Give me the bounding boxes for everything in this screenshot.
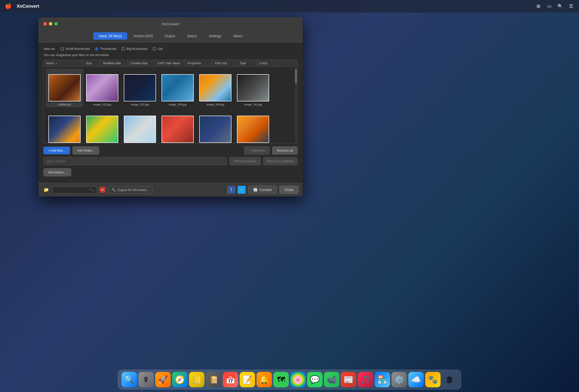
col-comp: Comp (257, 60, 277, 67)
remove-all-button[interactable]: Remove all (272, 146, 298, 155)
view-big-label: Big thumbnails (127, 47, 147, 51)
dock-appstore[interactable]: 🏪 (375, 372, 390, 387)
remove-unfiltered-button[interactable]: Remove unfiltered (263, 157, 298, 165)
window-title: XnConvert (162, 22, 179, 26)
view-thumbnails[interactable]: Thumbnails (95, 47, 117, 51)
quick-search-input[interactable] (43, 157, 227, 165)
sort-icon[interactable]: ▲ (55, 62, 58, 65)
thumbnail-label: image_153.jpg (85, 103, 120, 106)
preset-dropdown[interactable]: ⌃⌄ (52, 186, 97, 194)
dock-news[interactable]: 📰 (341, 372, 356, 387)
thumbnail-row-2 (46, 107, 272, 143)
tab-input[interactable]: Input: 26 file(s) (93, 32, 127, 40)
remove-unfiltered-label: Remove unfiltered (267, 159, 294, 163)
view-small-thumbnails[interactable]: Small thumbnails (61, 47, 90, 51)
scrollbar-track[interactable] (295, 68, 297, 142)
convert-button[interactable]: 🔄 Convert (248, 186, 277, 194)
airplay-icon[interactable]: ⊞ (535, 3, 541, 9)
hot-folders-row: Hot folders... (43, 168, 298, 176)
remove-filtered-button[interactable]: Remove filtered (229, 157, 261, 165)
apple-menu-icon[interactable]: 🍎 (5, 3, 12, 9)
dock-trash[interactable]: 🗑 (442, 372, 457, 387)
thumbnail-item[interactable] (83, 107, 121, 143)
action-bar: 📁 ⌃⌄ ✕ 🔧 Export for NConvert... f 🐦 🔄 Co… (38, 183, 303, 196)
radio-list[interactable] (152, 47, 156, 51)
thumbnail-image (86, 74, 118, 101)
dock-stickies[interactable]: 📝 (240, 372, 255, 387)
dock-photos[interactable]: 🌸 (290, 372, 306, 387)
col-name: Name ▲ (44, 60, 83, 67)
thumbnail-item[interactable]: Untitled.jp2 (46, 69, 83, 107)
dock-maps[interactable]: 🗺 (273, 372, 289, 387)
close-button[interactable]: Close (279, 186, 299, 194)
minimize-button[interactable] (49, 22, 52, 26)
mirroring-icon[interactable]: ▭ (546, 3, 552, 9)
dock-syspref[interactable]: ⚙️ (391, 372, 407, 387)
thumbnail-item[interactable]: image_149.jpg (159, 69, 197, 107)
view-as-label: View as: (43, 47, 56, 51)
dock-xnconvert[interactable]: 🐾 (425, 372, 440, 387)
dock-facetime[interactable]: 📹 (324, 372, 339, 387)
dock-calendar[interactable]: 📅 (223, 372, 238, 387)
thumbnail-item[interactable]: image_152.jpg (121, 69, 159, 107)
thumbnail-label: image_149.jpg (160, 103, 195, 106)
dock-finder[interactable]: 🔍 (122, 372, 137, 387)
thumbnail-item[interactable]: image_146.jpg (197, 69, 234, 107)
dock-launchpad[interactable]: 🚀 (155, 372, 171, 387)
remove-button[interactable]: — Remove (244, 146, 270, 155)
thumbnail-item[interactable] (46, 107, 83, 143)
menubar-right: ⊞ ▭ 🔍 ☰ (535, 3, 574, 9)
export-icon: 🔧 (112, 188, 116, 192)
clear-button[interactable]: ✕ (99, 187, 105, 193)
radio-small-thumbnails[interactable] (61, 47, 64, 51)
export-button[interactable]: 🔧 Export for NConvert... (108, 186, 152, 194)
dock-notes2[interactable]: 📒 (189, 372, 204, 387)
facebook-icon[interactable]: f (227, 186, 235, 194)
thumbnail-item[interactable] (234, 107, 272, 143)
file-buttons-row: + Add files... Add folder... — Remove Re… (43, 146, 298, 155)
thumbnail-item[interactable] (197, 107, 234, 143)
thumbnail-item[interactable] (159, 107, 197, 143)
thumbnail-image (124, 116, 156, 143)
view-list[interactable]: List (152, 47, 162, 51)
tab-status[interactable]: Status (182, 32, 203, 40)
thumbnail-label: image_152.jpg (122, 103, 157, 106)
thumbnail-item[interactable]: image_145.jpg (234, 69, 272, 107)
tab-output[interactable]: Output (159, 32, 181, 40)
dock-reminders[interactable]: 🔔 (257, 372, 272, 387)
dock-siri[interactable]: 🎙 (139, 372, 154, 387)
window-titlebar: XnConvert (38, 17, 303, 30)
dock-safari[interactable]: 🧭 (172, 372, 188, 387)
radio-thumbnails[interactable] (95, 47, 98, 51)
twitter-icon[interactable]: 🐦 (238, 186, 246, 194)
tab-settings[interactable]: Settings (203, 32, 227, 40)
add-folder-button[interactable]: Add folder... (72, 146, 99, 155)
thumbnail-item[interactable] (121, 107, 159, 143)
add-files-label: + Add files... (48, 149, 66, 152)
tab-actions[interactable]: Actions [0/0] (128, 32, 158, 40)
thumbnail-item[interactable]: image_153.jpg (83, 69, 121, 107)
thumbnail-image (161, 116, 194, 143)
view-as-row: View as: Small thumbnails Thumbnails Big… (43, 47, 298, 51)
tab-about[interactable]: About (228, 32, 248, 40)
radio-big-thumbnails[interactable] (122, 47, 125, 51)
maximize-button[interactable] (54, 22, 58, 26)
dock-icloud[interactable]: ☁️ (408, 372, 424, 387)
drag-drop-hint: You can drag&drop your files on the list… (43, 53, 298, 57)
hot-folders-button[interactable]: Hot folders... (43, 168, 71, 176)
app-menu-title[interactable]: XnConvert (17, 4, 39, 9)
thumbnail-grid-container[interactable]: Untitled.jp2 image_153.jpg image_152.jpg… (43, 67, 298, 143)
list-icon[interactable]: ☰ (568, 3, 574, 9)
dock-messages[interactable]: 💬 (307, 372, 322, 387)
dock-contacts[interactable]: 📔 (206, 372, 221, 387)
dock-music[interactable]: 🎵 (358, 372, 373, 387)
add-files-button[interactable]: + Add files... (43, 147, 70, 154)
traffic-lights (43, 22, 58, 26)
thumbnail-label: Untitled.jp2 (47, 103, 82, 106)
view-big-thumbnails[interactable]: Big thumbnails (122, 47, 147, 51)
thumbnail-image (161, 74, 194, 101)
close-button[interactable] (43, 22, 47, 26)
folder-icon-button[interactable]: 📁 (42, 186, 50, 194)
search-icon[interactable]: 🔍 (557, 3, 563, 9)
scrollbar-thumb[interactable] (295, 69, 297, 84)
